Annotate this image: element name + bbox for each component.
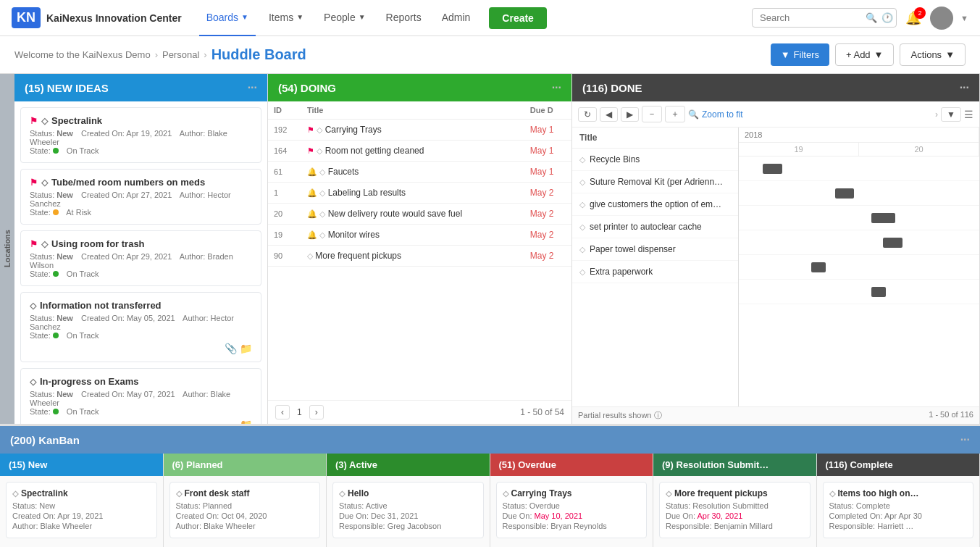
breadcrumb-section[interactable]: Personal xyxy=(162,49,199,60)
kanban-card[interactable]: ◇ Spectralink Status: NewCreated On: Apr… xyxy=(6,482,157,538)
kanban-col-2: (3) Active ◇ Hello Status: ActiveDue On:… xyxy=(327,454,490,547)
gantt-refresh-button[interactable]: ↻ xyxy=(578,107,597,122)
card-meta-3: Status: New Created On: May 05, 2021 Aut… xyxy=(30,314,252,331)
logo-area: KN KaiNexus Innovation Center xyxy=(12,7,182,28)
kanban-card[interactable]: ◇ More frequent pickups Status: Resoluti… xyxy=(659,482,811,538)
gantt-zoom-in-button[interactable]: ＋ xyxy=(665,106,685,122)
done-menu[interactable]: ··· xyxy=(960,81,969,94)
gantt-title-row[interactable]: ◇ Extra paperwork xyxy=(572,261,738,283)
locations-label: Locations xyxy=(0,74,14,424)
row-title: ◇ More frequent pickups xyxy=(301,246,524,267)
kanban-menu[interactable]: ··· xyxy=(960,433,970,446)
gantt-bar[interactable] xyxy=(835,188,855,199)
doing-column: (54) DOING ··· ID Title Due D 192 ⚑ ◇ Ca… xyxy=(268,74,572,424)
gantt-prev-button[interactable]: ◀ xyxy=(600,107,618,122)
row-due: May 2 xyxy=(524,225,571,246)
add-button[interactable]: + Add ▼ xyxy=(835,43,895,66)
kanban-cols: (15) New ◇ Spectralink Status: NewCreate… xyxy=(0,454,980,547)
row-title: 🔔 ◇ Monitor wires xyxy=(301,225,524,246)
doing-row[interactable]: 20 🔔 ◇ New delivery route would save fue… xyxy=(268,204,571,225)
breadcrumb-home[interactable]: Welcome to the KaiNexus Demo xyxy=(14,49,151,60)
row-id: 20 xyxy=(268,204,301,225)
kanban-card[interactable]: ◇ Items too high on… Status: CompleteCom… xyxy=(823,482,974,538)
kanban-col-body-4: ◇ More frequent pickups Status: Resoluti… xyxy=(653,476,816,547)
idea-card[interactable]: ⚑ ◇ Tube/med room numbers on meds Status… xyxy=(20,169,261,225)
gantt-arrow-icon: › xyxy=(935,109,938,120)
doing-row[interactable]: 1 🔔 ◇ Labeling Lab results May 2 xyxy=(268,183,571,204)
create-button[interactable]: Create xyxy=(489,7,547,29)
clip-icon[interactable]: 📎 xyxy=(225,343,237,354)
new-ideas-menu[interactable]: ··· xyxy=(248,81,257,94)
items-chevron-icon: ▼ xyxy=(296,13,303,21)
search-box[interactable]: 🔍 🕐 xyxy=(752,8,897,28)
gantt-zoom-label[interactable]: Zoom to fit xyxy=(702,109,743,120)
gantt-next-button[interactable]: ▶ xyxy=(621,107,639,122)
nav-items[interactable]: Items ▼ xyxy=(261,0,311,36)
gantt-bar[interactable] xyxy=(763,164,782,174)
doing-row[interactable]: 19 🔔 ◇ Monitor wires May 2 xyxy=(268,225,571,246)
gantt-bar[interactable] xyxy=(883,238,902,248)
gantt-menu-icon[interactable]: ☰ xyxy=(964,109,973,120)
kanban-card[interactable]: ◇ Carrying Trays Status: OverdueDue On: … xyxy=(496,482,648,538)
nav-boards[interactable]: Boards ▼ xyxy=(199,0,256,36)
doing-row[interactable]: 164 ⚑ ◇ Room not getting cleaned May 1 xyxy=(268,141,571,162)
gantt-title-row[interactable]: ◇ Recycle Bins xyxy=(572,149,738,171)
kanban-col-header-3: (51) Overdue xyxy=(490,454,653,476)
folder-icon[interactable]: 📁 xyxy=(240,343,252,354)
gantt-zoom-out-button[interactable]: － xyxy=(642,106,662,122)
user-menu-chevron-icon[interactable]: ▼ xyxy=(960,14,968,22)
kanban-card[interactable]: ◇ Hello Status: ActiveDue On: Dec 31, 20… xyxy=(332,482,484,538)
kanban-col-4: (9) Resolution Submit… ◇ More frequent p… xyxy=(653,454,817,547)
gantt-title-header: Title xyxy=(572,128,738,149)
kanban-col-header-2: (3) Active xyxy=(327,454,490,476)
folder-icon-2[interactable]: 📁 xyxy=(240,419,252,424)
idea-card[interactable]: ◇ In-progress on Exams Status: New Creat… xyxy=(20,368,261,424)
gantt-title-row[interactable]: ◇ Paper towel dispenser xyxy=(572,238,738,261)
card-meta-1: Status: New Created On: Apr 27, 2021 Aut… xyxy=(30,191,252,208)
nav-people[interactable]: People ▼ xyxy=(317,0,373,36)
doing-menu[interactable]: ··· xyxy=(552,81,561,94)
idea-card[interactable]: ⚑ ◇ Using room for trash Status: New Cre… xyxy=(20,230,261,286)
nav-reports[interactable]: Reports xyxy=(379,0,429,36)
user-avatar[interactable] xyxy=(930,7,953,30)
gantt-bar-row xyxy=(739,206,979,230)
row-title: 🔔 ◇ Faucets xyxy=(301,162,524,183)
doing-table: ID Title Due D 192 ⚑ ◇ Carrying Trays Ma… xyxy=(268,101,571,267)
next-page-button[interactable]: › xyxy=(309,405,324,419)
gantt-toolbar: ↻ ◀ ▶ － ＋ 🔍 Zoom to fit › ▼ ☰ xyxy=(572,101,979,128)
gantt-bar-row xyxy=(739,181,979,206)
idea-card[interactable]: ◇ Information not transferred Status: Ne… xyxy=(20,292,261,362)
doing-row[interactable]: 192 ⚑ ◇ Carrying Trays May 1 xyxy=(268,120,571,141)
kanban-col-body-3: ◇ Carrying Trays Status: OverdueDue On: … xyxy=(490,476,653,547)
search-input[interactable] xyxy=(760,12,861,23)
gantt-chevron-button[interactable]: ▼ xyxy=(941,107,961,122)
gantt-bar[interactable] xyxy=(871,287,886,297)
gantt-title-row[interactable]: ◇ set printer to autoclear cache xyxy=(572,216,738,238)
kanban-col-3: (51) Overdue ◇ Carrying Trays Status: Ov… xyxy=(490,454,654,547)
gantt-bar-row xyxy=(739,230,979,255)
gantt-bar[interactable] xyxy=(811,262,826,272)
kanban-header: (200) KanBan ··· xyxy=(0,426,980,454)
nav-admin[interactable]: Admin xyxy=(435,0,478,36)
card-title-2: ⚑ ◇ Using room for trash xyxy=(30,238,252,249)
row-title: 🔔 ◇ New delivery route would save fuel xyxy=(301,204,524,225)
prev-page-button[interactable]: ‹ xyxy=(275,405,290,419)
kanban-card[interactable]: ◇ Front desk staff Status: PlannedCreate… xyxy=(169,482,321,538)
kcard-title: ◇ Carrying Trays xyxy=(503,488,641,498)
gantt-bar[interactable] xyxy=(871,213,895,223)
kanban-col-5: (116) Complete ◇ Items too high on… Stat… xyxy=(817,454,981,547)
doing-row[interactable]: 90 ◇ More frequent pickups May 2 xyxy=(268,246,571,267)
notification-bell[interactable]: 🔔 2 xyxy=(905,10,921,26)
actions-button[interactable]: Actions ▼ xyxy=(900,43,966,66)
gantt-title-row[interactable]: ◇ Suture Removal Kit (per Adrienn… xyxy=(572,171,738,193)
doing-row[interactable]: 61 🔔 ◇ Faucets May 1 xyxy=(268,162,571,183)
boards-row: Locations (15) NEW IDEAS ··· ⚑ ◇ Spectra… xyxy=(0,74,980,424)
filters-button[interactable]: ▼ Filters xyxy=(771,43,829,66)
kcard-title: ◇ Items too high on… xyxy=(829,488,968,498)
idea-card[interactable]: ⚑ ◇ Spectralink Status: New Created On: … xyxy=(20,107,261,163)
kanban-col-body-2: ◇ Hello Status: ActiveDue On: Dec 31, 20… xyxy=(327,476,490,547)
partial-results-note: Partial results shown ⓘ 1 - 50 of 116 xyxy=(572,406,979,424)
card-title-4: ◇ In-progress on Exams xyxy=(30,376,252,387)
col-title: Title xyxy=(301,101,524,120)
gantt-title-row[interactable]: ◇ give customers the option of em… xyxy=(572,193,738,216)
